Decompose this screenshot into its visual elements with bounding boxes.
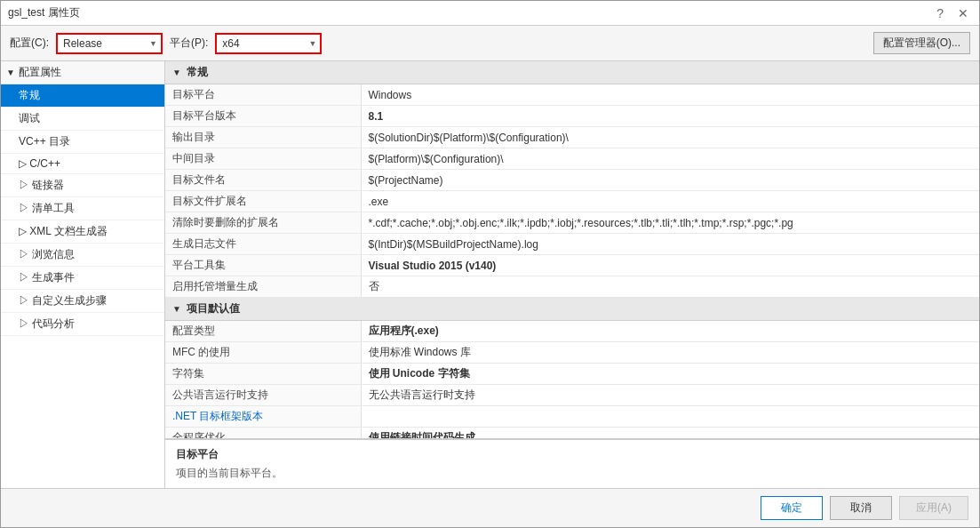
prop-name: MFC 的使用 <box>165 342 361 364</box>
sidebar-item-manifest[interactable]: ▷ 清单工具 <box>1 197 164 220</box>
table-row: 公共语言运行时支持 无公共语言运行时支持 <box>165 385 979 406</box>
prop-value[interactable]: 无公共语言运行时支持 <box>361 385 979 406</box>
prop-name: 字符集 <box>165 364 361 385</box>
help-button[interactable]: ? <box>933 6 947 20</box>
prop-name: 生成日志文件 <box>165 234 361 255</box>
prop-name: 公共语言运行时支持 <box>165 385 361 406</box>
table-row: 启用托管增量生成 否 <box>165 276 979 298</box>
content-area: ▼ 配置属性 常规 调试 VC++ 目录 ▷ C/C++ ▷ 链接器 ▷ 清单工… <box>1 61 979 488</box>
table-row: 平台工具集 Visual Studio 2015 (v140) <box>165 255 979 276</box>
prop-name: 中间目录 <box>165 148 361 170</box>
prop-value[interactable]: 使用链接时间代码生成 <box>361 428 979 439</box>
config-manager-button[interactable]: 配置管理器(O)... <box>873 32 970 54</box>
main-window: gsl_test 属性页 ? ✕ 配置(C): Release 平台(P): x… <box>0 0 980 528</box>
platform-label: 平台(P): <box>170 36 208 51</box>
table-row: 清除时要删除的扩展名 *.cdf;*.cache;*.obj;*.obj.enc… <box>165 212 979 234</box>
footer: 确定 取消 应用(A) <box>1 488 979 527</box>
table-row: MFC 的使用 使用标准 Windows 库 <box>165 342 979 364</box>
cancel-button[interactable]: 取消 <box>830 496 892 520</box>
prop-name: 平台工具集 <box>165 255 361 276</box>
window-title: gsl_test 属性页 <box>8 5 80 20</box>
table-row: 配置类型 应用程序(.exe) <box>165 321 979 342</box>
prop-value[interactable]: $(IntDir)$(MSBuildProjectName).log <box>361 234 979 255</box>
prop-value[interactable]: Visual Studio 2015 (v140) <box>361 255 979 276</box>
prop-name-blue: .NET 目标框架版本 <box>172 410 263 422</box>
prop-value[interactable]: $(ProjectName) <box>361 170 979 191</box>
table-row: 目标平台 Windows <box>165 84 979 106</box>
prop-value[interactable]: Windows <box>361 84 979 106</box>
prop-value[interactable]: 应用程序(.exe) <box>361 321 979 342</box>
main-panel: ▼常规 目标平台 Windows 目标平台版本 8.1 输出目录 $(Sol <box>165 61 979 488</box>
section-general-label: 常规 <box>187 66 208 78</box>
properties-table: ▼常规 目标平台 Windows 目标平台版本 8.1 输出目录 $(Sol <box>165 61 979 438</box>
config-select[interactable]: Release <box>56 33 163 54</box>
table-row: 目标平台版本 8.1 <box>165 106 979 127</box>
prop-name: 目标文件名 <box>165 170 361 191</box>
prop-value[interactable]: .exe <box>361 191 979 212</box>
section-defaults-label: 项目默认值 <box>187 302 240 315</box>
platform-select-wrapper: x64 <box>215 33 322 54</box>
table-row: 目标文件扩展名 .exe <box>165 191 979 212</box>
sidebar-item-general[interactable]: 常规 <box>1 84 164 108</box>
section-toggle-2: ▼ <box>172 304 181 314</box>
section-project-defaults[interactable]: ▼项目默认值 <box>165 298 979 321</box>
platform-select[interactable]: x64 <box>215 33 322 54</box>
prop-value[interactable]: 否 <box>361 276 979 298</box>
prop-name: 清除时要删除的扩展名 <box>165 212 361 234</box>
description-text: 项目的当前目标平台。 <box>176 466 968 481</box>
section-general[interactable]: ▼常规 <box>165 61 979 84</box>
sidebar-section-header[interactable]: ▼ 配置属性 <box>1 61 164 84</box>
prop-value[interactable]: $(Platform)\$(Configuration)\ <box>361 148 979 170</box>
table-row: 中间目录 $(Platform)\$(Configuration)\ <box>165 148 979 170</box>
prop-name: 输出目录 <box>165 127 361 148</box>
table-row: 字符集 使用 Unicode 字符集 <box>165 364 979 385</box>
sidebar-item-browser[interactable]: ▷ 浏览信息 <box>1 244 164 267</box>
sidebar-item-vcpp[interactable]: VC++ 目录 <box>1 131 164 154</box>
table-row: 全程序优化 使用链接时间代码生成 <box>165 428 979 439</box>
section-toggle: ▼ <box>172 68 181 77</box>
table-row: 输出目录 $(SolutionDir)$(Platform)\$(Configu… <box>165 127 979 148</box>
config-select-wrapper: Release <box>56 33 163 54</box>
table-row: 目标文件名 $(ProjectName) <box>165 170 979 191</box>
sidebar-item-xml[interactable]: ▷ XML 文档生成器 <box>1 220 164 244</box>
sidebar-item-debug[interactable]: 调试 <box>1 108 164 131</box>
close-button[interactable]: ✕ <box>954 6 972 20</box>
section-arrow: ▼ <box>6 68 15 77</box>
prop-name: 启用托管增量生成 <box>165 276 361 298</box>
prop-name: 目标平台版本 <box>165 106 361 127</box>
sidebar: ▼ 配置属性 常规 调试 VC++ 目录 ▷ C/C++ ▷ 链接器 ▷ 清单工… <box>1 61 165 488</box>
prop-value[interactable]: 使用标准 Windows 库 <box>361 342 979 364</box>
sidebar-section-label: 配置属性 <box>19 65 61 80</box>
prop-name: 全程序优化 <box>165 428 361 439</box>
sidebar-item-linker[interactable]: ▷ 链接器 <box>1 174 164 197</box>
prop-value[interactable]: $(SolutionDir)$(Platform)\$(Configuratio… <box>361 127 979 148</box>
prop-name: 目标文件扩展名 <box>165 191 361 212</box>
properties-list: ▼常规 目标平台 Windows 目标平台版本 8.1 输出目录 $(Sol <box>165 61 979 438</box>
config-label: 配置(C): <box>10 36 49 51</box>
ok-button[interactable]: 确定 <box>761 496 823 520</box>
sidebar-item-custom[interactable]: ▷ 自定义生成步骤 <box>1 290 164 313</box>
prop-value[interactable]: 使用 Unicode 字符集 <box>361 364 979 385</box>
sidebar-item-cpp[interactable]: ▷ C/C++ <box>1 154 164 174</box>
prop-value[interactable] <box>361 406 979 428</box>
sidebar-item-analysis[interactable]: ▷ 代码分析 <box>1 313 164 336</box>
table-row: 生成日志文件 $(IntDir)$(MSBuildProjectName).lo… <box>165 234 979 255</box>
prop-value[interactable]: 8.1 <box>361 106 979 127</box>
toolbar: 配置(C): Release 平台(P): x64 配置管理器(O)... <box>1 26 979 61</box>
description-title: 目标平台 <box>176 447 968 462</box>
table-row: .NET 目标框架版本 <box>165 406 979 428</box>
prop-name: 目标平台 <box>165 84 361 106</box>
prop-name: .NET 目标框架版本 <box>165 406 361 428</box>
title-bar: gsl_test 属性页 ? ✕ <box>1 1 979 26</box>
description-panel: 目标平台 项目的当前目标平台。 <box>165 438 979 488</box>
prop-name: 配置类型 <box>165 321 361 342</box>
title-bar-controls: ? ✕ <box>933 6 972 20</box>
apply-button[interactable]: 应用(A) <box>899 496 968 520</box>
sidebar-item-events[interactable]: ▷ 生成事件 <box>1 267 164 290</box>
prop-value[interactable]: *.cdf;*.cache;*.obj;*.obj.enc;*.ilk;*.ip… <box>361 212 979 234</box>
